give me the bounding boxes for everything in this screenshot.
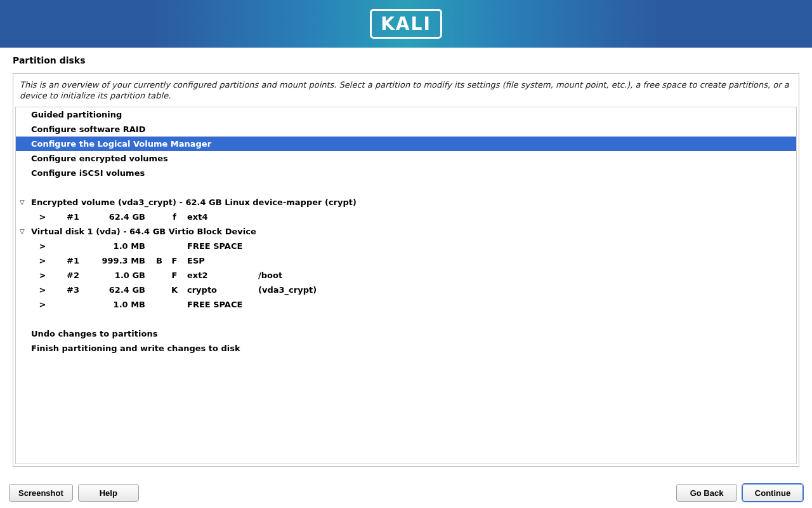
page-title: Partition disks [13,55,799,65]
partition-flag2: f [167,212,182,222]
menu-label: Guided partitioning [31,110,122,119]
continue-button[interactable]: Continue [742,484,803,502]
action-undo-changes[interactable]: Undo changes to partitions [16,326,796,341]
partition-fs: ext2 [182,271,258,280]
footer-left: Screenshot Help [9,484,139,502]
screenshot-button[interactable]: Screenshot [9,484,73,502]
arrow-icon: > [31,300,54,309]
partition-fs: FREE SPACE [182,241,258,251]
header-gradient: KALI [152,0,660,48]
partition-size: 62.4 GB [92,285,152,295]
partition-panel: This is an overview of your currently co… [13,73,799,467]
partition-fs: crypto [182,285,258,295]
action-finish-partitioning[interactable]: Finish partitioning and write changes to… [16,341,796,356]
footer-right: Go Back Continue [676,484,803,502]
partition-fs: ext4 [182,212,258,222]
menu-label: Configure encrypted volumes [31,154,168,163]
partition-listbox[interactable]: Guided partitioning Configure software R… [15,107,797,464]
partition-flag1: B [152,256,167,265]
partition-row[interactable]: > 1.0 MB FREE SPACE [16,297,796,312]
logo-text: KALI [381,13,431,34]
partition-fs: FREE SPACE [182,300,258,309]
partition-row[interactable]: > #3 62.4 GB K crypto (vda3_crypt) [16,283,796,297]
menu-guided-partitioning[interactable]: Guided partitioning [16,107,796,122]
partition-mount: (vda3_crypt) [258,285,385,295]
spacer [16,180,796,195]
menu-label: Configure software RAID [31,124,145,134]
partition-row[interactable]: > #2 1.0 GB F ext2 /boot [16,268,796,283]
arrow-icon: > [31,285,54,295]
device-header-vda[interactable]: ▽ Virtual disk 1 (vda) - 64.4 GB Virtio … [16,224,796,239]
kali-logo: KALI [370,9,442,39]
device-header-label: Virtual disk 1 (vda) - 64.4 GB Virtio Bl… [31,227,256,236]
partition-size: 1.0 GB [92,271,152,280]
partition-fs: ESP [182,256,258,265]
partition-size: 1.0 MB [92,241,152,251]
expander-open-icon: ▽ [20,228,31,235]
action-label: Finish partitioning and write changes to… [31,344,240,353]
installer-header: KALI [0,0,812,48]
footer-bar: Screenshot Help Go Back Continue [0,484,812,502]
partition-size: 1.0 MB [92,300,152,309]
intro-text: This is an overview of your currently co… [13,74,799,107]
partition-number: #1 [54,212,92,222]
menu-label: Configure the Logical Volume Manager [31,139,211,149]
menu-configure-raid[interactable]: Configure software RAID [16,122,796,137]
partition-flag2: F [167,271,182,280]
content-area: Partition disks This is an overview of y… [0,48,812,467]
partition-size: 62.4 GB [92,212,152,222]
partition-number: #3 [54,285,92,295]
menu-configure-encrypted[interactable]: Configure encrypted volumes [16,151,796,166]
arrow-icon: > [31,271,54,280]
arrow-icon: > [31,256,54,265]
help-button[interactable]: Help [78,484,139,502]
arrow-icon: > [31,241,54,251]
menu-label: Configure iSCSI volumes [31,168,145,178]
menu-configure-lvm[interactable]: Configure the Logical Volume Manager [16,137,796,151]
device-header-crypt[interactable]: ▽ Encrypted volume (vda3_crypt) - 62.4 G… [16,195,796,210]
action-label: Undo changes to partitions [31,329,157,338]
partition-row[interactable]: > 1.0 MB FREE SPACE [16,239,796,253]
partition-number: #2 [54,271,92,280]
arrow-icon: > [31,212,54,222]
menu-configure-iscsi[interactable]: Configure iSCSI volumes [16,166,796,180]
partition-mount: /boot [258,271,385,280]
partition-row[interactable]: > #1 999.3 MB B F ESP [16,253,796,268]
partition-row[interactable]: > #1 62.4 GB f ext4 [16,210,796,224]
partition-number: #1 [54,256,92,265]
partition-flag2: F [167,256,182,265]
spacer [16,312,796,326]
partition-flag2: K [167,285,182,295]
partition-size: 999.3 MB [92,256,152,265]
device-header-label: Encrypted volume (vda3_crypt) - 62.4 GB … [31,197,357,207]
go-back-button[interactable]: Go Back [676,484,737,502]
expander-open-icon: ▽ [20,199,31,206]
